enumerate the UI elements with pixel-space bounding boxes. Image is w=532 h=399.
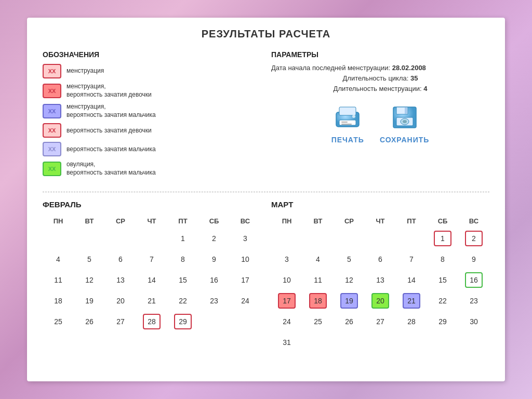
day-cell: 6: [105, 249, 136, 270]
day-cell: 18: [43, 290, 74, 311]
table-row: 123: [43, 228, 261, 249]
day-cell: 11: [302, 270, 334, 290]
cal-header: СБ: [427, 214, 458, 228]
day-cell: 3: [230, 228, 261, 249]
day-number: 11: [49, 272, 67, 288]
day-cell: 2: [458, 228, 489, 249]
legend-section: ОБОЗНАЧЕНИЯ ХХ менструация ХХ менструаци…: [43, 50, 261, 181]
day-number: 23: [205, 293, 223, 309]
day-number: 1: [174, 231, 192, 246]
february-title: ФЕВРАЛЬ: [43, 200, 261, 209]
table-row: 31: [271, 332, 489, 353]
day-number: 10: [278, 272, 296, 288]
legend-item-text: овуляция,вероятность зачатия мальчика: [66, 161, 156, 177]
day-cell: [136, 228, 167, 249]
svg-rect-5: [341, 124, 352, 125]
table-row: 24252627282930: [271, 311, 489, 332]
legend-item-text: менструация: [66, 67, 104, 75]
day-number: 29: [434, 314, 451, 329]
highlighted-day: 29: [174, 314, 192, 329]
table-row: 18192021222324: [43, 290, 261, 311]
last-date-param: Дата начала последней менструации: 28.02…: [271, 64, 489, 72]
save-button[interactable]: СОХРАНИТЬ: [380, 103, 429, 144]
print-button[interactable]: ПЕЧАТЬ: [331, 103, 364, 144]
calendars-section: ФЕВРАЛЬ ПНВТСРЧТПТСБВС 12345678910111213…: [43, 200, 489, 353]
day-cell: 10: [230, 249, 261, 270]
day-number: 7: [403, 251, 420, 267]
day-cell: 25: [302, 311, 334, 332]
day-number: 28: [403, 314, 420, 329]
day-number: 3: [236, 231, 254, 246]
legend-item: ХХ менструация,вероятность зачатия мальч…: [43, 103, 261, 119]
legend-box: ХХ: [43, 84, 61, 98]
day-cell: [334, 332, 365, 353]
day-cell: 29: [427, 311, 458, 332]
cal-header: ПТ: [167, 214, 198, 228]
day-cell: 7: [396, 249, 427, 270]
day-number: 10: [236, 251, 254, 267]
day-number: 9: [205, 251, 223, 267]
day-number: 18: [49, 293, 67, 309]
top-section: ОБОЗНАЧЕНИЯ ХХ менструация ХХ менструаци…: [43, 50, 489, 181]
day-number: 22: [174, 293, 192, 309]
day-number: 5: [340, 251, 358, 267]
day-cell: 17: [230, 270, 261, 290]
february-grid: ПНВТСРЧТПТСБВС 1234567891011121314151617…: [43, 214, 261, 332]
day-number: 2: [205, 231, 223, 246]
march-grid: ПНВТСРЧТПТСБВС 1234567891011121314151617…: [271, 214, 489, 353]
action-buttons: ПЕЧАТЬ: [271, 103, 489, 144]
table-row: 3456789: [271, 249, 489, 270]
cal-header: СР: [105, 214, 136, 228]
day-number: 30: [465, 314, 483, 329]
day-number: 27: [371, 314, 389, 329]
day-cell: 27: [365, 311, 396, 332]
day-cell: 18: [302, 290, 334, 311]
day-number: 15: [434, 272, 451, 288]
legend-item: ХХ менструация,вероятность зачатия девоч…: [43, 83, 261, 99]
day-number: 3: [278, 251, 296, 267]
day-cell: [365, 332, 396, 353]
day-cell: 25: [43, 311, 74, 332]
day-cell: [427, 332, 458, 353]
day-cell: [302, 332, 334, 353]
day-number: 5: [81, 251, 98, 267]
table-row: 17181920212223: [271, 290, 489, 311]
day-cell: 26: [334, 311, 365, 332]
legend-item: ХХ менструация: [43, 64, 261, 78]
day-cell: 22: [167, 290, 198, 311]
day-cell: 11: [43, 270, 74, 290]
day-cell: 24: [230, 290, 261, 311]
day-cell: [271, 228, 302, 249]
day-cell: 16: [458, 270, 489, 290]
day-number: 31: [278, 335, 296, 350]
day-cell: 4: [302, 249, 334, 270]
day-cell: [43, 228, 74, 249]
day-cell: 2: [198, 228, 230, 249]
highlighted-day: 28: [143, 314, 161, 329]
day-number: 26: [340, 314, 358, 329]
day-number: 12: [81, 272, 98, 288]
day-cell: [458, 332, 489, 353]
highlighted-day: 21: [403, 293, 420, 309]
legend-box: ХХ: [43, 142, 61, 156]
cal-header: ЧТ: [365, 214, 396, 228]
highlighted-day: 17: [278, 293, 296, 309]
day-cell: 12: [74, 270, 105, 290]
day-number: 7: [143, 251, 161, 267]
cal-header: ВС: [458, 214, 489, 228]
day-number: 24: [236, 293, 254, 309]
svg-rect-8: [405, 108, 407, 114]
svg-point-11: [403, 120, 407, 123]
legend-item: ХХ овуляция,вероятность зачатия мальчика: [43, 161, 261, 177]
day-cell: 19: [74, 290, 105, 311]
day-cell: 5: [74, 249, 105, 270]
cal-header: ПТ: [396, 214, 427, 228]
day-cell: [302, 228, 334, 249]
day-number: 8: [434, 251, 451, 267]
day-cell: 15: [427, 270, 458, 290]
day-cell: 13: [365, 270, 396, 290]
day-number: 9: [465, 251, 483, 267]
day-number: 6: [112, 251, 129, 267]
march-calendar: МАРТ ПНВТСРЧТПТСБВС 12345678910111213141…: [271, 200, 489, 353]
day-number: 19: [81, 293, 98, 309]
